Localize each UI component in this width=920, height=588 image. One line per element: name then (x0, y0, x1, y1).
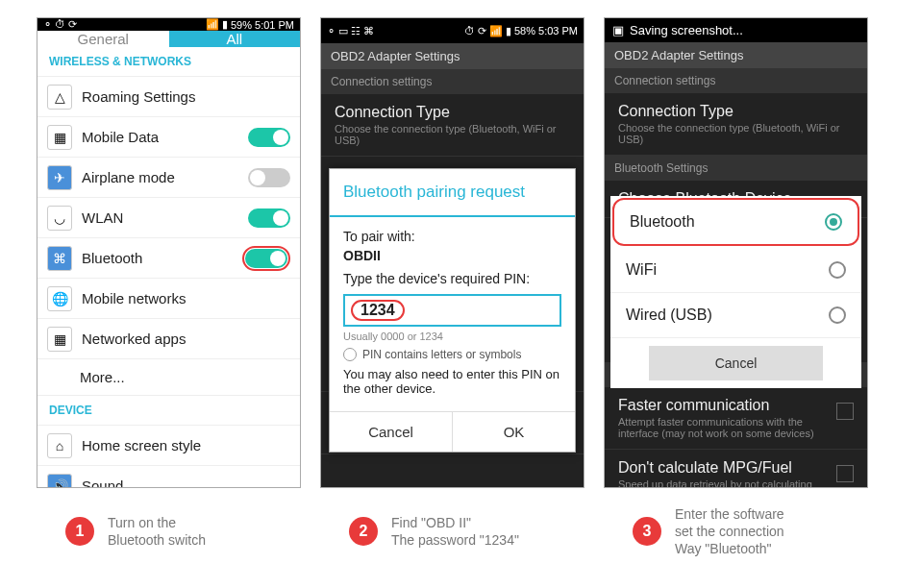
item-mobilenet[interactable]: 🌐Mobile networks (37, 279, 300, 319)
item-conntype[interactable]: Connection Type Choose the connection ty… (605, 93, 867, 156)
radio-icon (343, 348, 357, 361)
bluetooth-icon: ⚬ (43, 18, 52, 31)
item-wlan[interactable]: ◡WLAN (37, 198, 300, 238)
image-icon: ▣ (612, 23, 624, 37)
item-more[interactable]: More... (37, 359, 300, 396)
netapps-icon: ▦ (47, 327, 72, 352)
signal-icon: ▮ (222, 18, 228, 31)
radio-selected-icon (825, 213, 842, 231)
caption-1: 1 Turn on the Bluetooth switch (37, 505, 301, 558)
step-badge: 2 (349, 517, 378, 546)
cancel-button[interactable]: Cancel (649, 346, 823, 380)
item-netapps[interactable]: ▦Networked apps (37, 319, 300, 359)
toggle-bluetooth[interactable] (245, 249, 287, 268)
toggle-wlan[interactable] (248, 208, 290, 228)
status-bar: ⚬▭☷⌘ ⏱⟳📶▮ 58% 5:03 PM (321, 18, 584, 43)
toggle-airplane[interactable] (248, 168, 290, 187)
app-header: OBD2 Adapter Settings (321, 43, 584, 69)
radio-icon (829, 306, 846, 324)
item-fast[interactable]: Faster communication Attempt faster comm… (605, 387, 867, 450)
item-roaming[interactable]: △Roaming Settings (37, 77, 300, 117)
section-device: DEVICE (37, 396, 300, 426)
connection-options-dialog: Bluetooth WiFi Wired (USB) Cancel (610, 196, 861, 388)
sound-icon: 🔊 (47, 474, 72, 489)
pin-hint: Usually 0000 or 1234 (343, 331, 561, 342)
section-sub: Connection settings (605, 68, 867, 93)
caption-2: 2 Find "OBD II" The password "1234" (320, 505, 584, 558)
item-bluetooth[interactable]: ⌘Bluetooth (37, 238, 300, 279)
status-bar: ⚬⏱⟳ 📶 ▮ 59% 5:01 PM (37, 18, 300, 31)
ok-button[interactable]: OK (452, 412, 575, 452)
item-conntype[interactable]: Connection Type Choose the connection ty… (321, 94, 584, 157)
option-bluetooth[interactable]: Bluetooth (612, 198, 859, 246)
toggle-mobiledata[interactable] (248, 128, 290, 147)
section-sub: Connection settings (321, 69, 584, 94)
pairing-dialog: Bluetooth pairing request To pair with: … (329, 168, 576, 453)
tabs: General All (37, 31, 300, 47)
step-badge: 1 (65, 517, 94, 546)
pin-note: You may also need to enter this PIN on t… (343, 367, 561, 396)
option-wifi[interactable]: WiFi (610, 248, 861, 293)
bt-settings-label: Bluetooth Settings (605, 156, 867, 181)
item-mobiledata[interactable]: ▦Mobile Data (37, 117, 300, 158)
section-wireless: WIRELESS & NETWORKS (37, 47, 300, 77)
caption-text: Enter the software set the connection Wa… (675, 505, 784, 558)
item-mpg[interactable]: Don't calculate MPG/Fuel Speed up data r… (605, 450, 867, 488)
wlan-icon: ◡ (47, 206, 72, 231)
caption-text: Turn on the Bluetooth switch (108, 514, 206, 549)
tab-general[interactable]: General (37, 31, 169, 47)
item-airplane[interactable]: ✈Airplane mode (37, 158, 300, 198)
option-usb[interactable]: Wired (USB) (610, 293, 861, 338)
phone-screenshot-1: ⚬⏱⟳ 📶 ▮ 59% 5:01 PM General All WIRELESS… (37, 17, 301, 488)
phone-screenshot-2: ⚬▭☷⌘ ⏱⟳📶▮ 58% 5:03 PM OBD2 Adapter Setti… (320, 17, 584, 488)
mobilenet-icon: 🌐 (47, 286, 72, 311)
time-label: 5:03 PM (538, 25, 578, 37)
device-name: OBDII (343, 248, 561, 263)
battery-label: 59% (231, 19, 252, 31)
battery-label: 58% (514, 25, 535, 37)
tab-all[interactable]: All (169, 31, 301, 47)
cancel-button[interactable]: Cancel (330, 412, 452, 452)
bluetooth-icon: ⌘ (47, 246, 72, 271)
wifi-icon: 📶 (206, 18, 219, 31)
roaming-icon: △ (47, 85, 72, 110)
saving-banner: ▣Saving screenshot... (605, 18, 867, 42)
app-header: OBD2 Adapter Settings (605, 42, 867, 68)
phone-screenshot-3: ▣Saving screenshot... OBD2 Adapter Setti… (604, 17, 868, 488)
item-sound[interactable]: 🔊Sound (37, 466, 300, 488)
pin-prompt: Type the device's required PIN: (343, 271, 561, 286)
step-badge: 3 (633, 517, 661, 546)
pin-input[interactable]: 1234 (343, 294, 561, 327)
data-icon: ▦ (47, 125, 72, 150)
pin-letters-check[interactable]: PIN contains letters or symbols (343, 348, 561, 361)
radio-icon (829, 261, 846, 279)
caption-3: 3 Enter the software set the connection … (604, 505, 868, 558)
pair-label: To pair with: (343, 229, 561, 244)
item-home[interactable]: ⌂Home screen style (37, 426, 300, 466)
dialog-title: Bluetooth pairing request (330, 169, 575, 217)
pin-value: 1234 (351, 300, 405, 321)
caption-text: Find "OBD II" The password "1234" (391, 514, 519, 549)
time-label: 5:01 PM (255, 19, 294, 31)
airplane-icon: ✈ (47, 165, 72, 190)
home-icon: ⌂ (47, 433, 72, 458)
